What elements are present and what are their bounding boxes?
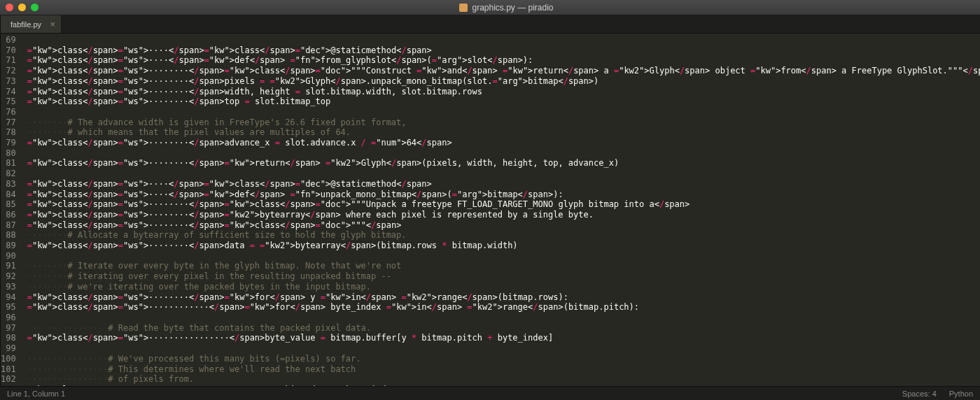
line-number: 98 [1,333,16,343]
line-number: 75 [1,97,16,107]
code-line: ········# which means that the pixel val… [27,127,980,138]
window-titlebar: graphics.py — piradio [0,0,980,15]
line-number: 86 [1,210,16,220]
code-line [27,313,980,323]
code-line: ········# iterating over every pixel in … [27,271,980,282]
code-line: ="kw">class</span>="ws">········</span>=… [27,292,980,303]
code-line: ="kw">class</span>="ws">········</span>t… [27,97,980,107]
code-line: ="kw">class</span>="ws">············</sp… [27,302,980,313]
code-line [27,251,980,262]
status-bar: Line 1, Column 1 Spaces: 4 Python [0,386,980,400]
line-number: 93 [1,282,16,292]
line-number: 79 [1,138,16,148]
traffic-lights [6,3,38,11]
line-number: 88 [1,230,16,241]
code-line: ················# We've processed this m… [27,354,980,364]
line-number: 71 [1,55,16,66]
line-number: 70 [1,45,16,56]
code-line: ="kw">class</span>="ws">········</span>p… [27,76,980,87]
code-line: ="kw">class</span>="ws">················… [27,333,980,343]
line-number: 100 [1,354,16,364]
tab-bar: fabfile.py× [1,15,980,34]
line-number: 72 [1,66,16,76]
code-line: ········# Iterate over every byte in the… [27,261,980,271]
line-number: 69 [1,35,16,45]
line-number: 77 [1,117,16,128]
code-line [27,343,980,354]
line-number: 85 [1,199,16,210]
editor-pane: fabfile.py×69707172737475767778798081828… [1,15,980,386]
line-number: 80 [1,148,16,159]
code-line [27,148,980,159]
code-line: ········# Allocate a bytearray of suffic… [27,230,980,241]
code-line: ················# Read the byte that con… [27,323,980,334]
line-number: 91 [1,261,16,271]
window-title: graphics.py — piradio [38,3,974,13]
maximize-window-button[interactable] [31,3,38,11]
line-number: 97 [1,323,16,334]
line-number: 73 [1,76,16,87]
line-number: 96 [1,313,16,323]
code-line: ="kw">class</span>="ws">········</span>=… [27,220,980,231]
close-window-button[interactable] [6,3,13,11]
line-number: 103 [1,385,16,386]
line-number: 84 [1,190,16,200]
code-line: ="kw">class</span>="ws">········</span>a… [27,138,980,148]
code-line: ="kw">class</span>="ws">····</span>="kw"… [27,190,980,200]
code-line [27,107,980,117]
line-number: 78 [1,127,16,138]
code-line: ="kw">class</span>="ws">········</span>w… [27,87,980,97]
code-line: ················# This determines where … [27,364,980,375]
editor-area: fabfile.py×69707172737475767778798081828… [1,15,980,386]
line-gutter: 6970717273747576777879808182838485868788… [1,34,23,386]
line-number: 90 [1,251,16,262]
cursor-position[interactable]: Line 1, Column 1 [7,390,65,398]
code-line: ="kw">class</span>="ws">················… [27,385,980,386]
close-tab-icon[interactable]: × [50,19,55,29]
language-mode[interactable]: Python [949,390,973,398]
tab-fabfile-py[interactable]: fabfile.py× [1,15,62,33]
code-line [27,169,980,179]
code-line: ="kw">class</span>="ws">········</span>=… [27,199,980,210]
file-icon [459,3,468,12]
code-line: ················# of pixels from. [27,374,980,385]
line-number: 102 [1,374,16,385]
code-line: ="kw">class</span>="ws">····</span>="kw"… [27,179,980,190]
code-view[interactable]: ="kw">class</span>="ws">····</span>="kw"… [23,34,980,386]
code-line: ="kw">class</span>="ws">····</span>="kw"… [27,45,980,56]
code-line: ="kw">class</span>="ws">········</span>d… [27,241,980,251]
code-line: ="kw">class</span>="ws">····</span>="kw"… [27,55,980,66]
tab-label: fabfile.py [10,20,41,29]
indent-setting[interactable]: Spaces: 4 [902,390,937,398]
line-number: 95 [1,302,16,313]
code-line: ="kw">class</span>="ws">········</span>=… [27,210,980,220]
line-number: 82 [1,169,16,179]
code-line: ········# we're iterating over the packe… [27,282,980,292]
code-line: ········# The advance width is given in … [27,117,980,128]
code-line [27,35,980,45]
line-number: 94 [1,292,16,303]
line-number: 87 [1,220,16,231]
line-number: 99 [1,343,16,354]
line-number: 101 [1,364,16,375]
minimize-window-button[interactable] [18,3,26,11]
line-number: 83 [1,179,16,190]
code-line: ="kw">class</span>="ws">········</span>=… [27,158,980,169]
line-number: 89 [1,241,16,251]
line-number: 76 [1,107,16,117]
line-number: 81 [1,158,16,169]
line-number: 74 [1,87,16,97]
code-line: ="kw">class</span>="ws">········</span>=… [27,66,980,76]
code-container: 6970717273747576777879808182838485868788… [1,34,980,386]
line-number: 92 [1,271,16,282]
